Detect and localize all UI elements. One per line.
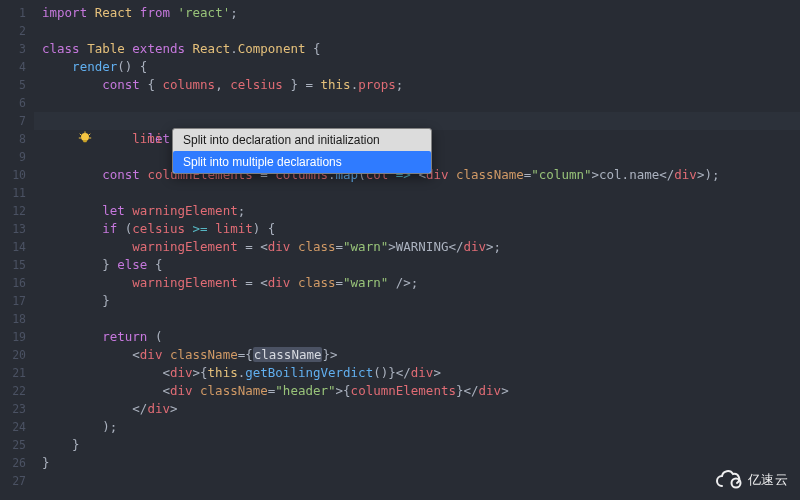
line-number: 12 <box>0 202 34 220</box>
code-line[interactable]: ); <box>34 418 800 436</box>
line-number: 18 <box>0 310 34 328</box>
code-line[interactable]: } <box>34 436 800 454</box>
code-line[interactable]: import React from 'react'; <box>34 4 800 22</box>
line-number: 17 <box>0 292 34 310</box>
line-number: 23 <box>0 400 34 418</box>
watermark: 亿速云 <box>714 470 789 490</box>
line-number-gutter: 1234567891011121314151617181920212223242… <box>0 0 34 500</box>
code-line[interactable]: <div className={className}> <box>34 346 800 364</box>
line-number: 25 <box>0 436 34 454</box>
code-line[interactable] <box>34 94 800 112</box>
line-number: 11 <box>0 184 34 202</box>
intention-actions-popup[interactable]: Split into declaration and initializatio… <box>172 128 432 174</box>
line-number: 13 <box>0 220 34 238</box>
code-editor[interactable]: 1234567891011121314151617181920212223242… <box>0 0 800 500</box>
code-line[interactable]: <div>{this.getBoilingVerdict()}</div> <box>34 364 800 382</box>
watermark-text: 亿速云 <box>748 471 789 489</box>
code-line[interactable]: return ( <box>34 328 800 346</box>
code-line[interactable]: } <box>34 292 800 310</box>
identifier-highlight: className <box>253 347 323 362</box>
line-number: 22 <box>0 382 34 400</box>
code-area[interactable]: import React from 'react'; class Table e… <box>34 0 800 500</box>
code-line[interactable]: warningElement = <div class="warn" />; <box>34 274 800 292</box>
line-number: 15 <box>0 256 34 274</box>
line-number: 3 <box>0 40 34 58</box>
code-line[interactable]: render() { <box>34 58 800 76</box>
line-number: 16 <box>0 274 34 292</box>
line-number: 20 <box>0 346 34 364</box>
cloud-icon <box>714 470 744 490</box>
line-number: 24 <box>0 418 34 436</box>
line-number: 26 <box>0 454 34 472</box>
code-line[interactable]: const { columns, celsius } = this.props; <box>34 76 800 94</box>
code-line[interactable]: </div> <box>34 400 800 418</box>
line-number: 14 <box>0 238 34 256</box>
line-number: 27 <box>0 472 34 490</box>
intention-action-item[interactable]: Split into declaration and initializatio… <box>173 129 431 151</box>
intention-action-item[interactable]: Split into multiple declarations <box>173 151 431 173</box>
line-number: 6 <box>0 94 34 112</box>
code-line[interactable] <box>34 310 800 328</box>
code-line[interactable]: warningElement = <div class="warn">WARNI… <box>34 238 800 256</box>
line-number: 2 <box>0 22 34 40</box>
line-number: 19 <box>0 328 34 346</box>
line-number: 1 <box>0 4 34 22</box>
code-line[interactable]: class Table extends React.Component { <box>34 40 800 58</box>
line-number: 10 <box>0 166 34 184</box>
lightbulb-icon[interactable] <box>18 113 32 127</box>
code-line[interactable]: } else { <box>34 256 800 274</box>
code-line[interactable]: <div className="header">{columnElements}… <box>34 382 800 400</box>
code-line[interactable] <box>34 472 800 490</box>
code-line[interactable]: if (celsius >= limit) { <box>34 220 800 238</box>
code-line[interactable] <box>34 184 800 202</box>
code-line[interactable]: let warningElement; <box>34 202 800 220</box>
line-number: 21 <box>0 364 34 382</box>
line-number: 5 <box>0 76 34 94</box>
line-number: 4 <box>0 58 34 76</box>
code-line[interactable]: } <box>34 454 800 472</box>
code-line[interactable] <box>34 22 800 40</box>
